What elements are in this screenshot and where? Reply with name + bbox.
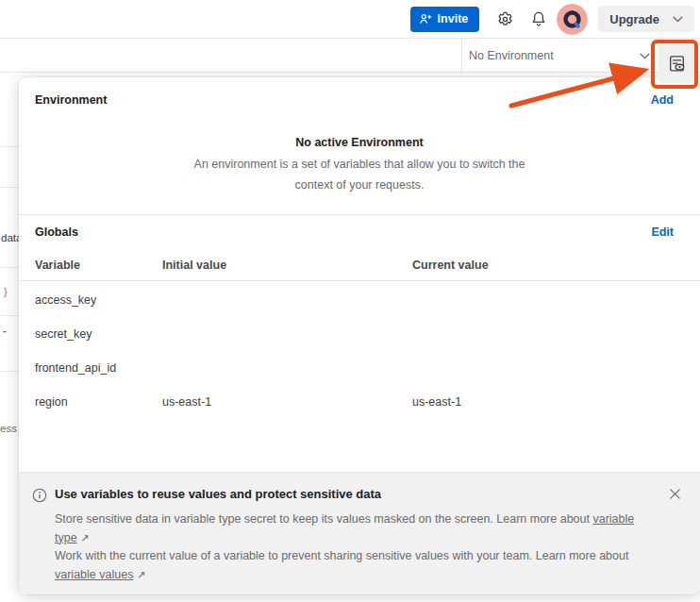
section-divider [19, 214, 700, 215]
bg-row-divider [0, 371, 19, 372]
external-link-icon: ↗ [80, 532, 89, 544]
column-header-variable: Variable [35, 259, 80, 272]
close-icon [669, 488, 681, 500]
table-header-divider [19, 280, 700, 281]
column-header-initial-value: Initial value [162, 259, 226, 272]
environment-selector-label: No Environment [469, 49, 554, 62]
environment-description-line1: An environment is a set of variables tha… [19, 158, 700, 171]
invite-label: Invite [438, 12, 469, 25]
close-banner-button[interactable] [669, 488, 681, 500]
bg-row-divider [0, 315, 19, 316]
column-header-current-value: Current value [412, 259, 489, 272]
initial-value: us-east-1 [162, 395, 211, 409]
environment-quick-look-button[interactable] [658, 43, 694, 83]
variable-name: region [35, 395, 68, 409]
globals-section-title: Globals [35, 226, 78, 239]
chevron-down-icon [640, 53, 650, 59]
upgrade-label: Upgrade [609, 12, 659, 26]
bg-row-divider [0, 146, 19, 147]
user-avatar[interactable] [557, 4, 588, 35]
variable-values-link[interactable]: variable values [55, 568, 133, 581]
edit-globals-link[interactable]: Edit [651, 226, 674, 239]
upgrade-button[interactable]: Upgrade [598, 6, 694, 32]
banner-title: Use variables to reuse values and protec… [55, 487, 669, 501]
banner-text-1: Store sensitive data in variable type se… [55, 512, 590, 526]
notifications-button[interactable] [525, 5, 553, 33]
bell-icon [530, 10, 547, 27]
gear-icon [496, 10, 514, 28]
bg-row-divider [0, 187, 19, 188]
environment-quick-look-icon [667, 54, 687, 74]
bg-row-divider [0, 267, 19, 268]
bg-text-fragment: } [4, 286, 8, 297]
invite-button[interactable]: Invite [410, 7, 480, 32]
bg-text-fragment: - [3, 325, 7, 336]
environment-section-title: Environment [35, 93, 107, 107]
chevron-down-icon [673, 16, 683, 23]
add-environment-link[interactable]: Add [651, 93, 674, 107]
bg-text-fragment: ess [0, 423, 17, 434]
top-header-bar: Invite Upgrade [0, 0, 700, 39]
banner-paragraph-1: Store sensitive data in variable type se… [55, 510, 644, 547]
environment-description-line2: context of your requests. [19, 178, 700, 192]
external-link-icon: ↗ [137, 569, 145, 581]
person-add-icon [419, 12, 432, 25]
environment-quick-look-panel: Environment Add No active Environment An… [19, 77, 700, 594]
variable-name: secret_key [35, 327, 92, 341]
settings-button[interactable] [491, 5, 519, 33]
no-active-environment-title: No active Environment [19, 136, 700, 149]
banner-text-2: Work with the current value of a variabl… [55, 549, 628, 562]
environment-selector-dropdown[interactable]: No Environment [469, 39, 650, 73]
info-icon [32, 488, 47, 503]
bg-text-fragment: data [1, 232, 19, 243]
variables-info-banner: Use variables to reuse values and protec… [19, 472, 700, 594]
banner-paragraph-2: Work with the current value of a variabl… [55, 547, 644, 584]
variable-name: access_key [35, 293, 96, 307]
envbar-divider [461, 39, 462, 72]
current-value: us-east-1 [412, 395, 461, 409]
environment-bar: No Environment [0, 39, 700, 73]
variable-name: frontend_api_id [35, 361, 116, 375]
